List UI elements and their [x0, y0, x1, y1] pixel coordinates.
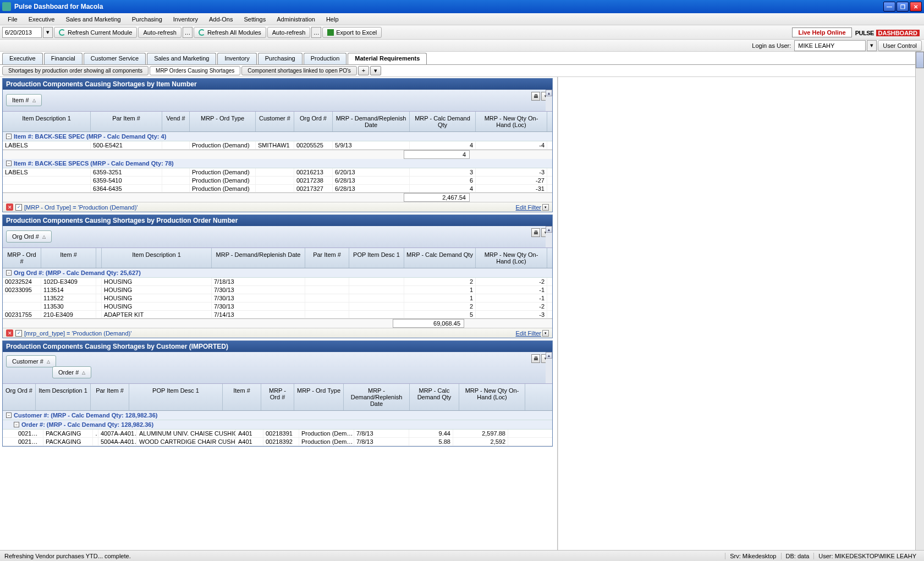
- auto-refresh-1-dd[interactable]: …: [183, 27, 193, 38]
- menu-help[interactable]: Help: [321, 14, 344, 24]
- user-control-button[interactable]: User Control: [878, 40, 922, 51]
- auto-refresh-2-dd[interactable]: …: [311, 27, 321, 38]
- tab-executive[interactable]: Executive: [2, 53, 43, 64]
- column-header[interactable]: POP Item Desc 1: [349, 248, 404, 268]
- tab-inventory[interactable]: Inventory: [217, 53, 256, 64]
- table-row[interactable]: LABELS6359-3251Production (Demand)002162…: [3, 168, 552, 177]
- column-header[interactable]: MRP - Calc Demand Qty: [410, 384, 459, 410]
- column-header[interactable]: MRP - Demand/Replenish Date: [333, 112, 410, 131]
- menu-admin[interactable]: Administration: [271, 14, 321, 24]
- filter-dd-icon[interactable]: ▾: [542, 330, 549, 337]
- groupby-order[interactable]: Order #△: [52, 366, 91, 378]
- filter-checkbox[interactable]: ✓: [15, 204, 22, 211]
- table-row[interactable]: 6364-6435Production (Demand)002173276/28…: [3, 185, 552, 193]
- menu-inventory[interactable]: Inventory: [168, 14, 204, 24]
- refresh-current-button[interactable]: Refresh Current Module: [54, 27, 137, 38]
- table-row[interactable]: 113530HOUSING7/30/132-2: [3, 302, 552, 311]
- column-header[interactable]: Item Description 1: [102, 248, 212, 268]
- group-row[interactable]: −Order #: (MRP - Calc Demand Qty: 128,98…: [3, 420, 552, 430]
- tab-sales-marketing[interactable]: Sales and Marketing: [147, 53, 216, 64]
- groupby-customer[interactable]: Customer #△: [6, 355, 56, 367]
- column-header[interactable]: Org Ord #: [294, 112, 333, 131]
- page-scrollbar[interactable]: [915, 52, 924, 550]
- auto-refresh-2[interactable]: Auto-refresh: [267, 27, 311, 38]
- collapse-icon[interactable]: −: [14, 422, 19, 427]
- table-row[interactable]: LABELS500-E5421Production (Demand)SMITHA…: [3, 141, 552, 150]
- subtab-component-shortages[interactable]: Component shortages linked to open PO's: [241, 66, 357, 75]
- groupby-order[interactable]: Org Ord #△: [6, 230, 52, 243]
- panel-print-icon[interactable]: 🖶: [531, 228, 540, 237]
- collapse-icon[interactable]: −: [6, 270, 12, 276]
- table-row[interactable]: 00231755210-E3409ADAPTER KIT7/14/135-3: [3, 311, 552, 318]
- menu-file[interactable]: File: [2, 14, 23, 24]
- column-header[interactable]: MRP - Ord #: [261, 384, 294, 410]
- add-tab-button[interactable]: +: [358, 66, 369, 75]
- menu-settings[interactable]: Settings: [238, 14, 271, 24]
- filter-clear-icon[interactable]: ✕: [6, 329, 13, 337]
- group-row[interactable]: −Item #: BACK-SEE SPECS (MRP - Calc Dema…: [3, 159, 552, 168]
- groupby-item[interactable]: Item #△: [6, 94, 42, 106]
- table-row[interactable]: 00232524102D-E3409HOUSING7/18/132-2: [3, 278, 552, 286]
- column-header[interactable]: MRP - Demand/Replenish Date: [212, 248, 305, 268]
- column-header[interactable]: MRP - Demand/Replenish Date: [344, 384, 410, 410]
- panel-print-icon[interactable]: 🖶: [531, 92, 540, 101]
- column-header[interactable]: MRP - New Qty On-Hand (Loc): [459, 384, 525, 410]
- column-header[interactable]: Par Item #: [305, 248, 349, 268]
- column-header[interactable]: MRP - New Qty On-Hand (Loc): [476, 248, 547, 268]
- column-header[interactable]: MRP - Ord Type: [294, 384, 344, 410]
- column-header[interactable]: [96, 248, 102, 268]
- column-header[interactable]: POP Item Desc 1: [129, 384, 223, 410]
- column-header[interactable]: Item #: [41, 248, 96, 268]
- maximize-button[interactable]: ❐: [897, 2, 909, 12]
- date-field[interactable]: [2, 27, 42, 38]
- tab-purchasing[interactable]: Purchasing: [258, 53, 302, 64]
- export-excel-button[interactable]: Export to Excel: [322, 27, 382, 38]
- group-row[interactable]: −Org Ord #: (MRP - Calc Demand Qty: 25,6…: [3, 268, 552, 278]
- column-header[interactable]: Par Item #: [91, 112, 162, 131]
- collapse-icon[interactable]: −: [6, 134, 12, 139]
- menu-purchasing[interactable]: Purchasing: [127, 14, 168, 24]
- subtab-mrp-orders[interactable]: MRP Orders Causing Shortages: [150, 66, 240, 75]
- date-dropdown[interactable]: ▾: [43, 27, 53, 38]
- panel-print-icon[interactable]: 🖶: [531, 354, 540, 363]
- table-row[interactable]: 113522HOUSING7/30/131-1: [3, 294, 552, 302]
- column-header[interactable]: Vend #: [162, 112, 190, 131]
- tab-financial[interactable]: Financial: [44, 53, 82, 64]
- column-header[interactable]: Item Description 1: [3, 112, 91, 131]
- filter-checkbox[interactable]: ✓: [15, 330, 22, 337]
- table-row[interactable]: 0021…PACKAGING…4007A-A401…ALUMINUM UNIV.…: [3, 430, 552, 438]
- column-header[interactable]: MRP - Calc Demand Qty: [404, 248, 476, 268]
- column-header[interactable]: Par Item #: [91, 384, 129, 410]
- column-header[interactable]: MRP - Calc Demand Qty: [410, 112, 476, 131]
- tab-material-requirements[interactable]: Material Requirements: [348, 53, 427, 64]
- menu-addons[interactable]: Add-Ons: [204, 14, 238, 24]
- filter-dd-icon[interactable]: ▾: [542, 204, 549, 211]
- live-help-button[interactable]: Live Help Online: [792, 28, 851, 37]
- menu-executive[interactable]: Executive: [23, 14, 61, 24]
- edit-filter-link[interactable]: Edit Filter: [516, 330, 541, 337]
- group-row[interactable]: −Item #: BACK-SEE SPEC (MRP - Calc Deman…: [3, 132, 552, 141]
- column-header[interactable]: Customer #: [256, 112, 294, 131]
- collapse-icon[interactable]: −: [6, 413, 12, 418]
- collapse-icon[interactable]: −: [6, 161, 12, 166]
- tab-production[interactable]: Production: [304, 53, 347, 64]
- filter-clear-icon[interactable]: ✕: [6, 204, 13, 211]
- scroll-up-icon[interactable]: ▲: [546, 90, 552, 96]
- table-row[interactable]: 0021…PACKAGING5004A-A401…WOOD CARTRDIGE …: [3, 438, 552, 446]
- column-header[interactable]: Item Description 1: [36, 384, 91, 410]
- scroll-up-icon[interactable]: ▲: [546, 226, 552, 233]
- auto-refresh-1[interactable]: Auto-refresh: [138, 27, 182, 38]
- table-row[interactable]: 6359-5410Production (Demand)002172386/28…: [3, 177, 552, 185]
- column-header[interactable]: Org Ord #: [3, 384, 36, 410]
- user-dd[interactable]: ▾: [867, 40, 877, 51]
- close-button[interactable]: ✕: [910, 2, 922, 12]
- column-header[interactable]: Item #: [223, 384, 261, 410]
- refresh-all-button[interactable]: Refresh All Modules: [194, 27, 266, 38]
- menu-sales[interactable]: Sales and Marketing: [60, 14, 126, 24]
- column-header[interactable]: MRP - New Qty On-Hand (Loc): [476, 112, 547, 131]
- subtab-shortages-all[interactable]: Shortages by production order showing al…: [2, 66, 148, 75]
- user-select[interactable]: [794, 40, 866, 51]
- column-header[interactable]: MRP - Ord #: [3, 248, 41, 268]
- minimize-button[interactable]: —: [883, 2, 895, 12]
- tab-menu-button[interactable]: ▾: [370, 66, 381, 75]
